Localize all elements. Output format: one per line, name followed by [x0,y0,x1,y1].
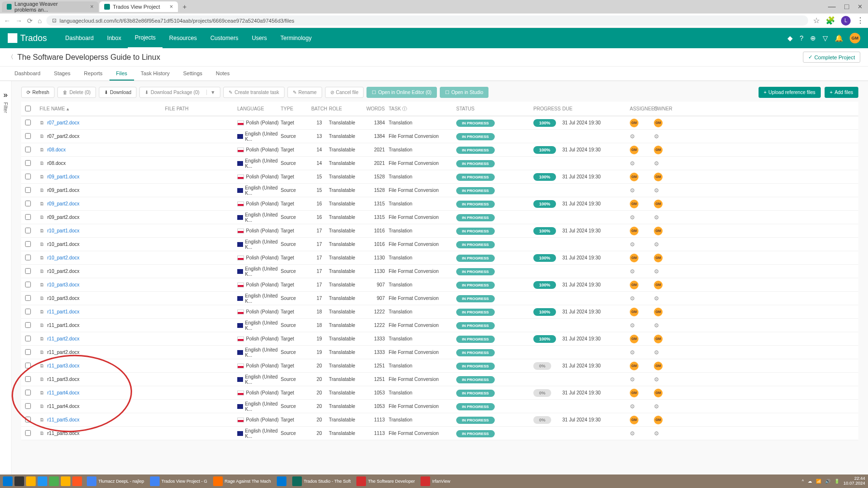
avatar[interactable]: GM [630,227,638,235]
row-checkbox[interactable] [25,160,31,166]
tab-task-history[interactable]: Task History [134,67,176,81]
col-task[interactable]: TASK ⓘ [389,106,456,112]
back-button[interactable]: ← [4,17,11,25]
gear-icon[interactable]: ⚙ [654,160,659,167]
col-assignees[interactable]: ASSIGNEES [630,106,654,111]
avatar[interactable]: GM [654,362,663,370]
col-batch[interactable]: BATCH [310,106,329,111]
row-checkbox[interactable] [25,147,31,152]
table-row[interactable]: 🗎 r10_part1.docx English (United K... So… [21,238,858,251]
avatar[interactable]: GM [654,173,663,181]
avatar[interactable]: GM [654,254,663,262]
gear-icon[interactable]: ⚙ [630,376,635,383]
col-language[interactable]: LANGUAGE [237,106,281,111]
upload-reference-button[interactable]: +Upload reference files [759,87,821,98]
col-filepath[interactable]: FILE PATH [165,106,237,111]
row-checkbox[interactable] [25,120,31,125]
select-all-checkbox[interactable] [25,106,31,111]
col-status[interactable]: STATUS [456,106,533,111]
avatar[interactable]: GM [630,146,638,154]
file-name[interactable]: r09_part1.docx [47,174,173,179]
col-words[interactable]: WORDS [365,106,389,111]
row-checkbox[interactable] [25,133,31,139]
table-row[interactable]: 🗎 r11_part5.docx English (United K... So… [21,427,858,440]
avatar[interactable]: GM [654,281,663,289]
open-online-editor-button[interactable]: ☐Open in Online Editor (0) [366,87,437,98]
tab-dashboard[interactable]: Dashboard [8,67,47,81]
file-name[interactable]: r11_part1.docx [47,309,173,314]
nav-inbox[interactable]: Inbox [100,28,128,48]
nav-projects[interactable]: Projects [128,28,162,48]
gear-icon[interactable]: ⚙ [654,403,659,410]
table-row[interactable]: 🗎 r08.docx Polish (Poland) Target 14 Tra… [21,143,858,157]
gear-icon[interactable]: ⚙ [630,322,635,329]
download-button[interactable]: ⬇Download [99,87,136,98]
new-tab-button[interactable]: + [179,3,190,11]
tab-settings[interactable]: Settings [176,67,209,81]
filter-icon[interactable]: ▽ [823,34,828,42]
row-checkbox[interactable] [25,268,31,274]
table-row[interactable]: 🗎 r11_part4.docx Polish (Poland) Target … [21,386,858,400]
nav-customers[interactable]: Customers [203,28,245,48]
col-type[interactable]: TYPE [281,106,310,111]
tab-files[interactable]: Files [109,67,134,81]
file-name[interactable]: r11_part2.docx [47,336,173,341]
avatar[interactable]: GM [654,146,663,154]
row-checkbox[interactable] [25,255,31,260]
row-checkbox[interactable] [25,322,31,328]
row-checkbox[interactable] [25,403,31,409]
gear-icon[interactable]: ⚙ [654,430,659,437]
avatar[interactable]: GM [654,308,663,316]
gear-icon[interactable]: ⚙ [654,322,659,329]
row-checkbox[interactable] [25,282,31,287]
table-row[interactable]: 🗎 r11_part2.docx Polish (Poland) Target … [21,332,858,346]
maximize-icon[interactable]: □ [844,2,849,11]
help-icon[interactable]: ? [800,34,803,42]
tab-reports[interactable]: Reports [77,67,109,81]
avatar[interactable]: GM [630,200,638,208]
gear-icon[interactable]: ⚙ [630,403,635,410]
gear-icon[interactable]: ⚙ [630,268,635,275]
row-checkbox[interactable] [25,336,31,341]
avatar[interactable]: GM [630,389,638,397]
rename-button[interactable]: ✎Rename [287,87,322,98]
row-checkbox[interactable] [25,201,31,206]
minimize-icon[interactable]: — [828,2,836,11]
app-logo[interactable]: Trados [8,33,47,43]
open-studio-button[interactable]: ☐Open in Studio [440,87,488,98]
gear-icon[interactable]: ⚙ [630,160,635,167]
cancel-file-button[interactable]: ⊘Cancel file [325,87,364,98]
avatar[interactable]: GM [630,416,638,424]
row-checkbox[interactable] [25,228,31,233]
avatar[interactable]: GM [654,200,663,208]
file-name[interactable]: r10_part2.docx [47,255,173,260]
table-row[interactable]: 🗎 r10_part2.docx Polish (Poland) Target … [21,251,858,265]
avatar[interactable]: GM [654,389,663,397]
tab-notes[interactable]: Notes [209,67,237,81]
filter-sidebar[interactable]: » Filter [0,81,12,474]
reload-button[interactable]: ⟳ [27,17,33,25]
row-checkbox[interactable] [25,376,31,382]
table-row[interactable]: 🗎 r09_part2.docx Polish (Poland) Target … [21,197,858,211]
table-row[interactable]: 🗎 r11_part3.docx Polish (Poland) Target … [21,359,858,373]
avatar[interactable]: GM [654,416,663,424]
notification-icon[interactable]: 🔔 [835,34,843,42]
row-checkbox[interactable] [25,241,31,247]
apps-icon[interactable]: ◆ [787,34,793,42]
nav-terminology[interactable]: Terminology [274,28,319,48]
gear-icon[interactable]: ⚙ [654,214,659,221]
avatar[interactable]: GM [654,119,663,127]
row-checkbox[interactable] [25,417,31,422]
close-window-icon[interactable]: × [858,2,862,11]
create-task-button[interactable]: ✎Create translate task [223,87,284,98]
globe-icon[interactable]: ⊕ [810,34,816,42]
row-checkbox[interactable] [25,214,31,220]
table-row[interactable]: 🗎 r11_part2.docx English (United K... So… [21,346,858,359]
avatar[interactable]: GM [630,335,638,343]
file-name[interactable]: r11_part5.docx [47,417,173,422]
complete-project-button[interactable]: ✓ Complete Project [803,52,860,63]
gear-icon[interactable]: ⚙ [654,187,659,194]
gear-icon[interactable]: ⚙ [654,133,659,140]
gear-icon[interactable]: ⚙ [630,295,635,302]
col-owner[interactable]: OWNER [654,106,673,111]
